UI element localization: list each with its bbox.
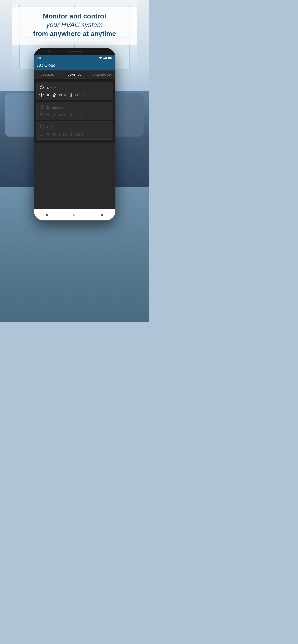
svg-marker-1 [99,58,102,59]
tab-control[interactable]: CONTROL [61,70,88,79]
battery-icon [108,57,112,59]
wifi-icon-hall [39,133,44,136]
current-temp-dining: 23.0ºC [75,113,83,117]
hero-line2: your HVAC system [46,21,103,28]
app-title: AC Cloud [37,63,56,68]
room-card-dining-room[interactable]: Dining room [36,102,113,120]
room-row-bottom-dining: 13.5ºC 23.0ºC [39,112,110,118]
svg-point-40 [71,135,72,136]
svg-point-30 [41,135,42,136]
set-temp-hall: 13.5ºC [59,133,67,136]
svg-rect-3 [108,57,111,59]
svg-rect-4 [111,58,112,58]
phone-bottom-nav: ■ ○ ◀ [34,209,115,220]
tab-calendario[interactable]: CALENDARIO [88,70,115,79]
wifi-icon-room [39,94,44,97]
svg-rect-17 [71,94,72,96]
room-card-room[interactable]: Room [36,82,113,100]
signal-bars-icon [103,57,107,59]
phone-speaker [67,51,82,52]
nav-back-button[interactable]: ◀ [100,212,103,217]
wifi-signal-icon [99,57,102,59]
status-icons [99,57,112,59]
room-card-hall[interactable]: Hall [36,122,113,140]
status-time: 9:00 [37,56,42,60]
svg-rect-24 [54,115,55,116]
thermometer-icon-hall [70,132,72,137]
svg-point-16 [71,96,72,96]
power-button-hall[interactable] [39,124,44,130]
room-name-room: Room [47,86,57,90]
snowflake-icon-hall [46,132,50,137]
hero-title: Monitor and control your HVAC system fro… [17,12,132,38]
svg-rect-29 [71,114,72,115]
svg-rect-11 [54,95,55,96]
room-row-bottom-hall: 13.5ºC 23.0ºC [39,132,110,137]
wifi-icon-dining [39,113,44,117]
power-button-room[interactable] [39,85,44,91]
current-temp-hall: 23.0ºC [75,133,83,136]
app-header: AC Cloud ⋮ [34,61,115,70]
room-row-top-dining: Dining room [39,104,110,110]
rooms-list: Room [34,79,115,142]
power-button-dining-room[interactable] [39,104,44,110]
room-row-bottom-room: 13.5ºC 23.0ºC [39,93,110,98]
svg-rect-36 [54,134,55,136]
hero-section: Monitor and control your HVAC system fro… [12,7,137,45]
svg-point-18 [41,116,42,116]
room-row-top-hall: Hall [39,124,110,130]
room-row-top-room: Room [39,85,110,91]
tabs-bar: ESCENAS CONTROL CALENDARIO [34,70,115,79]
house-icon-room [52,93,56,98]
status-bar: 9:00 [34,54,115,61]
phone-camera [48,50,51,52]
house-icon-hall [52,132,56,137]
svg-rect-41 [71,133,72,135]
nav-circle-button[interactable]: ○ [73,212,76,217]
phone-top-bar [34,48,115,54]
set-temp-room: 13.5ºC [59,94,67,97]
phone-wrapper: 9:00 [34,48,115,220]
svg-point-5 [41,96,42,96]
snowflake-icon-room [46,93,50,98]
hero-line1: Monitor and control [43,12,106,20]
thermometer-icon-room [70,93,72,98]
phone-screen: 9:00 [34,54,115,214]
more-menu-button[interactable]: ⋮ [108,63,112,68]
tab-escenas[interactable]: ESCENAS [34,70,61,79]
phone-outer: 9:00 [34,48,115,220]
house-icon-dining [52,112,56,118]
thermometer-icon-dining [70,112,72,118]
set-temp-dining: 13.5ºC [59,113,67,117]
room-name-hall: Hall [47,125,53,129]
current-temp-room: 23.0ºC [75,94,83,97]
nav-square-button[interactable]: ■ [46,213,49,217]
room-name-dining: Dining room [47,106,66,110]
hero-line3: from anywhere at anytime [33,30,116,38]
svg-point-28 [71,115,72,116]
snowflake-icon-dining [46,112,50,117]
